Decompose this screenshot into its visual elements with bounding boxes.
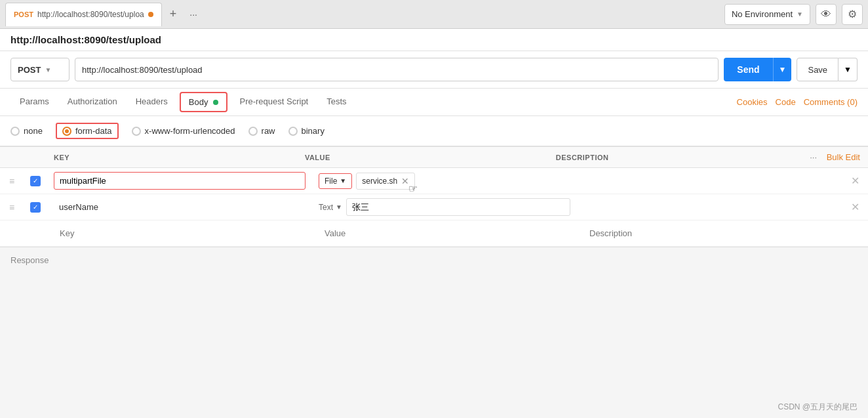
tab-body-label: Body xyxy=(189,97,208,107)
radio-binary-button[interactable] xyxy=(288,127,298,136)
env-label: No Environment xyxy=(732,9,793,19)
row-delete-button-1[interactable]: ✕ xyxy=(842,175,868,187)
form-data-bordered-wrap[interactable]: form-data xyxy=(56,123,119,139)
tab-nav-right: Cookies Code Comments (0) xyxy=(737,97,858,107)
tab-url-label: http://localhost:8090/test/uploa xyxy=(37,10,144,19)
send-button[interactable]: Send xyxy=(724,58,772,81)
radio-none-button[interactable] xyxy=(10,127,20,136)
radio-raw[interactable]: raw xyxy=(248,126,275,136)
cursor-wrapper: service.sh ✕ ☞ xyxy=(356,173,415,190)
tab-params[interactable]: Params xyxy=(10,89,58,115)
tab-method-label: POST xyxy=(14,10,33,18)
new-row: ≡ xyxy=(0,220,868,247)
radio-raw-label: raw xyxy=(262,126,275,136)
tab-unsaved-dot xyxy=(148,12,153,17)
request-bar: POST ▼ Send ▼ Save ▼ xyxy=(0,51,868,89)
method-chevron-icon: ▼ xyxy=(45,66,51,73)
row-drag-handle[interactable]: ≡ xyxy=(0,176,24,186)
response-label: Response xyxy=(10,255,49,265)
row-key-cell-2: userName xyxy=(47,199,312,215)
body-active-dot xyxy=(213,100,218,105)
row-drag-handle-2[interactable]: ≡ xyxy=(0,202,24,213)
chevron-down-icon: ▼ xyxy=(797,10,803,18)
comments-link[interactable]: Comments (0) xyxy=(804,97,858,107)
row-key-text-2: userName xyxy=(54,199,104,215)
save-button-group: Save ▼ xyxy=(797,58,858,81)
tab-bar-right: No Environment ▼ 👁 ⚙ xyxy=(724,4,863,25)
form-data-table: KEY VALUE DESCRIPTION ··· Bulk Edit ≡ ✓ … xyxy=(0,146,868,247)
radio-inner-dot xyxy=(65,129,69,133)
file-tag: service.sh ✕ xyxy=(356,173,415,190)
new-row-key-cell xyxy=(47,222,312,245)
radio-raw-button[interactable] xyxy=(248,127,258,136)
tab-body[interactable]: Body xyxy=(180,92,228,112)
send-button-group: Send ▼ xyxy=(724,58,791,81)
row-desc-placeholder-1 xyxy=(583,173,594,189)
tab-item[interactable]: POST http://localhost:8090/test/uploa xyxy=(5,3,162,26)
tab-navigation: Params Authorization Headers Body Pre-re… xyxy=(0,89,868,116)
bulk-edit-button[interactable]: Bulk Edit xyxy=(827,152,868,162)
save-button[interactable]: Save xyxy=(797,58,838,81)
tab-tests[interactable]: Tests xyxy=(317,89,355,115)
file-name-label: service.sh xyxy=(362,177,397,186)
tab-pre-request-script[interactable]: Pre-request Script xyxy=(230,89,317,115)
row-key-cell-1 xyxy=(47,169,312,192)
row-checkbox-2[interactable]: ✓ xyxy=(30,202,41,213)
col-more-icon[interactable]: ··· xyxy=(800,152,827,162)
row-key-input-1[interactable] xyxy=(54,172,306,190)
tab-bar: POST http://localhost:8090/test/uploa + … xyxy=(0,0,868,29)
col-desc-header: DESCRIPTION xyxy=(549,154,800,161)
cookies-link[interactable]: Cookies xyxy=(737,97,768,107)
new-row-desc-input[interactable] xyxy=(583,224,835,242)
row-type-label-1: File xyxy=(325,177,337,186)
code-link[interactable]: Code xyxy=(776,97,796,107)
col-value-header: VALUE xyxy=(298,154,549,161)
more-tabs-button[interactable]: ··· xyxy=(184,7,203,22)
eye-icon[interactable]: 👁 xyxy=(816,4,837,25)
row-value-input-2[interactable] xyxy=(346,198,570,216)
new-row-value-cell xyxy=(312,222,577,245)
page-title: http://localhost:8090/test/upload xyxy=(10,34,161,45)
url-input[interactable] xyxy=(75,58,719,81)
row-type-dropdown-2[interactable]: Text ▼ xyxy=(319,203,342,212)
tab-authorization[interactable]: Authorization xyxy=(58,89,127,115)
add-tab-button[interactable]: + xyxy=(165,5,182,24)
row-desc-cell-1 xyxy=(577,173,842,188)
radio-form-data[interactable]: form-data xyxy=(56,123,119,139)
table-header: KEY VALUE DESCRIPTION ··· Bulk Edit xyxy=(0,146,868,168)
row-delete-button-2[interactable]: ✕ xyxy=(842,201,868,213)
table-row: ≡ ✓ userName Text ▼ ✕ xyxy=(0,194,868,220)
row-value-cell-1: File ▼ service.sh ✕ ☞ xyxy=(312,170,577,192)
hand-cursor-icon: ☞ xyxy=(408,182,418,195)
row-type-chevron-2: ▼ xyxy=(336,203,342,211)
table-row: ≡ ✓ File ▼ service.sh ✕ ☞ ✕ xyxy=(0,168,868,194)
new-row-key-input[interactable] xyxy=(54,224,306,242)
row-type-dropdown-1[interactable]: File ▼ xyxy=(319,173,352,189)
radio-form-data-label: form-data xyxy=(75,126,112,136)
radio-form-data-button[interactable] xyxy=(62,127,71,136)
send-dropdown-button[interactable]: ▼ xyxy=(773,58,792,81)
gear-icon[interactable]: ⚙ xyxy=(842,4,863,25)
radio-x-www-label: x-www-form-urlencoded xyxy=(145,126,235,136)
row-type-label-2: Text xyxy=(319,203,333,212)
save-dropdown-button[interactable]: ▼ xyxy=(838,58,858,81)
row-value-cell-2: Text ▼ xyxy=(312,196,577,219)
tab-headers[interactable]: Headers xyxy=(127,89,177,115)
radio-none[interactable]: none xyxy=(10,126,43,136)
radio-x-www[interactable]: x-www-form-urlencoded xyxy=(132,126,235,136)
radio-binary[interactable]: binary xyxy=(288,126,325,136)
row-type-chevron-1: ▼ xyxy=(340,177,346,184)
radio-binary-label: binary xyxy=(302,126,325,136)
method-text: POST xyxy=(18,65,41,75)
new-row-desc-cell xyxy=(577,222,842,245)
url-bar-section: http://localhost:8090/test/upload xyxy=(0,29,868,51)
new-row-value-input[interactable] xyxy=(319,224,570,242)
col-key-header: KEY xyxy=(47,154,298,161)
environment-selector[interactable]: No Environment ▼ xyxy=(724,4,810,25)
radio-x-www-button[interactable] xyxy=(132,127,141,136)
radio-none-label: none xyxy=(24,126,43,136)
response-section: Response xyxy=(0,247,868,273)
row-desc-placeholder-2 xyxy=(583,199,594,215)
method-dropdown[interactable]: POST ▼ xyxy=(10,58,69,81)
row-checkbox-1[interactable]: ✓ xyxy=(30,176,41,186)
